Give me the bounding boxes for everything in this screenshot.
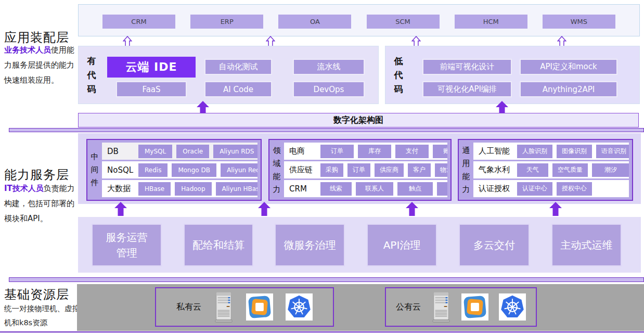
middleware-row-nosql: NoSQL Redis Mongo DB Aliyun Redis — [102, 161, 257, 178]
ai-code-box: AI Code — [204, 81, 272, 97]
general-capability-box: 通用能力 人工智能 人脸识别 图像识别 语音识别 气象水利 天气 空气质量 潮汐… — [458, 139, 633, 201]
devops-box: DevOps — [293, 81, 365, 97]
chip: 空气质量 — [552, 163, 588, 177]
anything2api-box: Anything2API — [520, 81, 617, 97]
chip: 支付 — [395, 145, 429, 158]
domain-capability-box: 领域能力 电商 订单 库存 支付 账单 供应链 采购 订单 供应商 客户 物流 … — [268, 139, 452, 201]
up-arrow-solid-icon — [114, 202, 127, 216]
chip: 人脸识别 — [517, 145, 552, 158]
vmware-icon — [461, 293, 488, 321]
bottom-border-line — [0, 331, 644, 332]
private-cloud-box: 私有云 — [155, 287, 334, 327]
pro-code-container: 有代码 云端 IDE 自动化测试 流水线 FaaS AI Code DevOps — [78, 46, 379, 104]
row-label: NoSQL — [107, 165, 134, 175]
up-arrow-solid-icon — [406, 202, 418, 216]
middleware-label: 中间件 — [87, 140, 102, 200]
app-layer-desc: 业务技术人员使用能力服务层提供的能力快速组装应用。 — [4, 43, 81, 88]
capability-layer-desc: IT技术人员负责能力构建，包括可部署的模块和API。 — [4, 181, 81, 226]
api-mock-box: API定义和mock — [520, 59, 617, 75]
chip: 订单 — [347, 163, 370, 177]
general-row-ai: 人工智能 人脸识别 图像识别 语音识别 — [473, 143, 629, 160]
chip: 图像识别 — [557, 145, 592, 158]
chip: 潮汐 — [592, 163, 629, 177]
faas-box: FaaS — [116, 81, 187, 97]
chip: 语音识别 — [596, 145, 629, 158]
chip: HBase — [138, 182, 171, 196]
domain-capability-label: 领域能力 — [269, 140, 284, 200]
row-label: 电商 — [289, 146, 316, 156]
layer-divider — [9, 277, 644, 282]
server-icon — [214, 291, 234, 323]
app-box-hcm: HCM — [455, 15, 527, 29]
chip: 联系人 — [356, 182, 393, 196]
chip: Hadoop — [175, 182, 211, 196]
middleware-row-bigdata: 大数据 HBase Hadoop Aliyun HBase — [102, 180, 257, 197]
chip: 授权中心 — [557, 182, 592, 196]
app-box-erp: ERP — [190, 15, 263, 29]
visual-api-orchestration-box: 可视化化API编排 — [422, 81, 512, 97]
auto-test-box: 自动化测试 — [204, 59, 272, 75]
architecture-diagram: 应用装配层 业务技术人员使用能力服务层提供的能力快速组装应用。 能力服务层 IT… — [0, 0, 644, 333]
row-label: 供应链 — [289, 165, 316, 175]
server-icon — [431, 291, 451, 323]
row-label: 气象水利 — [479, 165, 513, 175]
pro-code-label: 有代码 — [86, 46, 97, 104]
chip: Redis — [138, 163, 168, 177]
domain-row-crm: CRM 线索 联系人 触点 机会 — [284, 180, 447, 197]
general-row-auth: 认证授权 认证中心 授权中心 — [473, 180, 629, 197]
app-box-wms: WMS — [543, 15, 615, 29]
frontend-visual-design-box: 前端可视化设计 — [422, 59, 512, 75]
proactive-ops-box: 主动式运维 — [551, 224, 622, 266]
layer-divider — [9, 128, 644, 132]
chip: Aliyun RDS — [213, 145, 257, 158]
chip: 订单 — [320, 145, 354, 158]
chip: 物流 — [435, 163, 447, 177]
multicloud-delivery-box: 多云交付 — [459, 224, 530, 266]
provision-settlement-box: 配给和结算 — [184, 224, 253, 266]
row-label: DB — [107, 147, 134, 156]
chip: MySQL — [138, 145, 172, 158]
private-cloud-label: 私有云 — [176, 302, 201, 313]
vmware-icon — [246, 293, 273, 321]
chip: Mongo DB — [172, 163, 216, 177]
chip: 线索 — [320, 182, 352, 196]
general-row-weather: 气象水利 天气 空气质量 潮汐 — [473, 161, 629, 178]
kubernetes-icon — [286, 293, 313, 321]
middleware-box: 中间件 DB MySQL Oracle Aliyun RDS NoSQL Red… — [86, 139, 262, 201]
chip: 供应商 — [375, 163, 404, 177]
infrastructure-band: 私有云 — [77, 284, 644, 331]
kubernetes-icon — [499, 293, 526, 321]
public-cloud-box: 公有云 — [385, 287, 537, 327]
chip: 库存 — [358, 145, 391, 158]
chip: 机会 — [437, 182, 447, 196]
chip: Aliyun HBase — [216, 182, 257, 196]
digital-architecture-bar: 数字化架构图 — [78, 113, 639, 127]
general-capability-label: 通用能力 — [459, 140, 473, 200]
chip: 触点 — [397, 182, 433, 196]
chip: Aliyun Redis — [221, 163, 257, 177]
domain-row-supplychain: 供应链 采购 订单 供应商 客户 物流 — [284, 161, 447, 178]
up-arrow-solid-icon — [549, 202, 562, 216]
domain-row-ecommerce: 电商 订单 库存 支付 账单 — [284, 143, 447, 160]
microservice-governance-box: 微服务治理 — [275, 224, 345, 266]
row-label: 认证授权 — [479, 184, 513, 194]
app-layer-desc-highlight: 业务技术人员 — [4, 45, 51, 55]
infra-layer-title: 基础资源层 — [4, 286, 69, 303]
middleware-row-db: DB MySQL Oracle Aliyun RDS — [102, 143, 257, 160]
chip: 认证中心 — [517, 182, 552, 196]
app-box-scm: SCM — [367, 15, 440, 29]
app-box-crm: CRM — [102, 15, 175, 29]
application-row: CRM ERP OA SCM HCM WMS — [78, 4, 640, 36]
chip: 客户 — [408, 163, 431, 177]
row-label: CRM — [289, 184, 316, 194]
api-governance-box: API治理 — [367, 224, 437, 266]
chip: Oracle — [176, 145, 209, 158]
public-cloud-label: 公有云 — [396, 302, 421, 313]
low-code-label: 低代码 — [393, 46, 404, 104]
chip: 天气 — [517, 163, 548, 177]
service-operation-box: 服务运营 管理 — [92, 224, 162, 266]
row-label: 人工智能 — [479, 146, 513, 156]
app-box-oa: OA — [278, 15, 351, 29]
chip: 账单 — [433, 145, 447, 158]
infra-layer-desc: 统一对接物理机、虚拟机和k8s资源 — [4, 302, 81, 330]
